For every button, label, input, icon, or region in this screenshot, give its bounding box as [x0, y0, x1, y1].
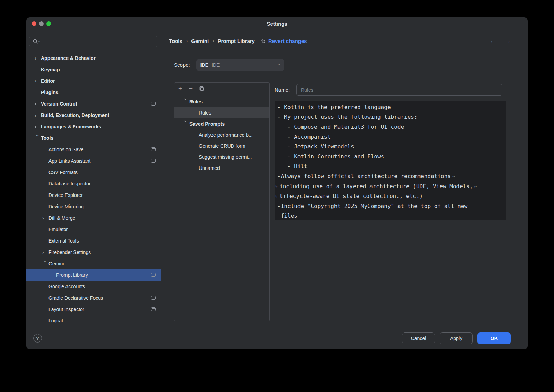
sidebar-item-device-explorer[interactable]: Device Explorer: [26, 189, 161, 201]
chevron-right-icon[interactable]: ›: [42, 215, 48, 220]
sidebar-item-actions-on-save[interactable]: Actions on Save: [26, 144, 161, 155]
breadcrumb-separator: ›: [212, 38, 214, 44]
chevron-down-icon[interactable]: ›: [183, 120, 188, 128]
sidebar-item-csv-formats[interactable]: CSV Formats: [26, 166, 161, 178]
revert-changes-label: Revert changes: [268, 38, 307, 44]
sidebar-item-version-control[interactable]: ›Version Control: [26, 98, 161, 109]
sidebar-item-layout-inspector[interactable]: Layout Inspector: [26, 303, 161, 315]
prompt-item-generate-crud-form[interactable]: Generate CRUD form: [174, 140, 269, 152]
chevron-right-icon[interactable]: ›: [35, 124, 41, 129]
sidebar-item-gradle-declarative-focus[interactable]: Gradle Declarative Focus: [26, 292, 161, 303]
settings-sidebar: › ›Appearance & BehaviorKeymap›EditorPlu…: [26, 30, 161, 327]
editor-line: - Hilt: [277, 162, 503, 172]
sidebar-item-editor[interactable]: ›Editor: [26, 75, 161, 86]
prompt-group-rules[interactable]: ›Rules: [174, 96, 269, 107]
editor-line-text: - Jetpack Viewmodels: [277, 143, 354, 150]
sidebar-item-emulator[interactable]: Emulator: [26, 224, 161, 235]
chevron-right-icon[interactable]: ›: [35, 112, 41, 118]
editor-line: ↳including use of a layered architecture…: [277, 181, 503, 191]
chevron-right-icon[interactable]: ›: [35, 55, 41, 61]
ok-button[interactable]: OK: [477, 332, 511, 344]
titlebar[interactable]: Settings: [26, 17, 528, 30]
prompt-item-unnamed[interactable]: Unnamed: [174, 163, 269, 174]
forward-arrow-icon[interactable]: →: [504, 37, 511, 45]
history-nav: ← →: [490, 37, 511, 45]
apply-button[interactable]: Apply: [440, 332, 473, 344]
prompt-label: Unnamed: [199, 165, 220, 171]
copy-prompt-button[interactable]: [199, 86, 204, 91]
editor-line: - Kotlin is the preferred language: [277, 102, 503, 112]
settings-window: Settings › ›Appearance & BehaviorKeymap›…: [26, 17, 528, 349]
prompt-name-input[interactable]: [296, 84, 502, 96]
zoom-button[interactable]: [46, 21, 51, 26]
sidebar-item-app-links-assistant[interactable]: App Links Assistant: [26, 155, 161, 166]
breadcrumb-item-gemini[interactable]: Gemini: [191, 38, 209, 44]
settings-tree: ›Appearance & BehaviorKeymap›EditorPlugi…: [26, 52, 161, 326]
sidebar-item-plugins[interactable]: Plugins: [26, 86, 161, 98]
sidebar-item-languages-frameworks[interactable]: ›Languages & Frameworks: [26, 121, 161, 132]
editor-line-text: - Compose and Material3 for UI code: [277, 124, 404, 130]
prompt-group-saved-prompts[interactable]: ›Saved Prompts: [174, 118, 269, 129]
sidebar-item-firebender-settings[interactable]: ›Firebender Settings: [26, 246, 161, 258]
prompt-list-panel: + − ›RulesRules›Saved PromptsAnalyze per…: [174, 82, 270, 321]
prompt-label: Saved Prompts: [189, 121, 225, 127]
sidebar-item-logcat[interactable]: Logcat: [26, 315, 161, 326]
ide-config-icon: [151, 307, 156, 311]
scope-badge: IDE: [200, 62, 208, 68]
chevron-down-icon[interactable]: ›: [43, 261, 48, 267]
soft-wrap-start-icon: ↳: [275, 184, 279, 189]
sidebar-item-label: Diff & Merge: [48, 215, 75, 221]
breadcrumb-item-tools[interactable]: Tools: [169, 38, 182, 44]
back-arrow-icon[interactable]: ←: [490, 37, 496, 45]
sidebar-item-appearance-behavior[interactable]: ›Appearance & Behavior: [26, 52, 161, 64]
sidebar-item-google-accounts[interactable]: Google Accounts: [26, 281, 161, 292]
prompt-label: Analyze performance b...: [199, 132, 253, 138]
settings-search-input[interactable]: [41, 39, 154, 44]
copy-icon: [199, 86, 204, 91]
prompt-item-suggest-missing-permi[interactable]: Suggest missing permi...: [174, 152, 269, 163]
chevron-right-icon[interactable]: ›: [35, 101, 41, 106]
sidebar-item-gemini[interactable]: ›Gemini: [26, 258, 161, 269]
sidebar-item-prompt-library[interactable]: Prompt Library: [26, 269, 161, 281]
soft-wrap-end-icon: ↵: [452, 174, 455, 179]
sidebar-item-diff-merge[interactable]: ›Diff & Merge: [26, 212, 161, 224]
soft-wrap-end-icon: ↵: [474, 184, 477, 189]
scope-dropdown[interactable]: IDE IDE ›: [196, 59, 284, 71]
sidebar-item-label: Firebender Settings: [48, 249, 91, 255]
help-button[interactable]: ?: [33, 334, 42, 343]
sidebar-item-build-execution-deployment[interactable]: ›Build, Execution, Deployment: [26, 109, 161, 121]
search-history-chevron-icon[interactable]: ›: [37, 41, 41, 42]
sidebar-item-external-tools[interactable]: External Tools: [26, 235, 161, 246]
editor-line-text: lifecycle-aware UI state collection., et…: [279, 193, 423, 199]
minimize-button[interactable]: [39, 21, 44, 26]
sidebar-item-label: Prompt Library: [56, 272, 88, 278]
prompt-editor[interactable]: - Kotlin is the preferred language- My p…: [275, 101, 506, 220]
revert-changes-link[interactable]: Revert changes: [260, 38, 307, 44]
sidebar-item-label: Device Mirroring: [48, 204, 84, 209]
sidebar-item-device-mirroring[interactable]: Device Mirroring: [26, 201, 161, 212]
sidebar-item-database-inspector[interactable]: Database Inspector: [26, 178, 161, 189]
sidebar-item-tools[interactable]: ›Tools: [26, 132, 161, 144]
breadcrumb-item-prompt-library[interactable]: Prompt Library: [217, 38, 255, 44]
editor-line: -Include "Copyright 2025 MyCompany" at t…: [277, 201, 503, 211]
close-button[interactable]: [32, 21, 36, 26]
chevron-right-icon[interactable]: ›: [35, 78, 41, 83]
traffic-lights: [32, 21, 51, 26]
sidebar-item-label: Build, Execution, Deployment: [41, 112, 109, 118]
chevron-down-icon[interactable]: ›: [183, 98, 188, 106]
settings-search-box[interactable]: ›: [29, 36, 157, 47]
chevron-down-icon[interactable]: ›: [35, 135, 41, 141]
prompt-item-analyze-performance-b[interactable]: Analyze performance b...: [174, 129, 269, 140]
sidebar-item-label: App Links Assistant: [48, 158, 90, 164]
ide-config-icon: [151, 273, 156, 277]
sidebar-item-keymap[interactable]: Keymap: [26, 64, 161, 75]
cancel-button[interactable]: Cancel: [402, 332, 435, 344]
prompt-item-rules[interactable]: Rules: [174, 107, 269, 118]
sidebar-item-label: Keymap: [41, 67, 60, 72]
remove-prompt-button[interactable]: −: [189, 85, 193, 92]
scope-label: Scope:: [174, 62, 190, 68]
editor-line-text: - Kotlin is the preferred language: [277, 104, 391, 110]
sidebar-item-label: Tools: [41, 135, 53, 141]
add-prompt-button[interactable]: +: [178, 85, 182, 92]
chevron-right-icon[interactable]: ›: [42, 249, 48, 255]
